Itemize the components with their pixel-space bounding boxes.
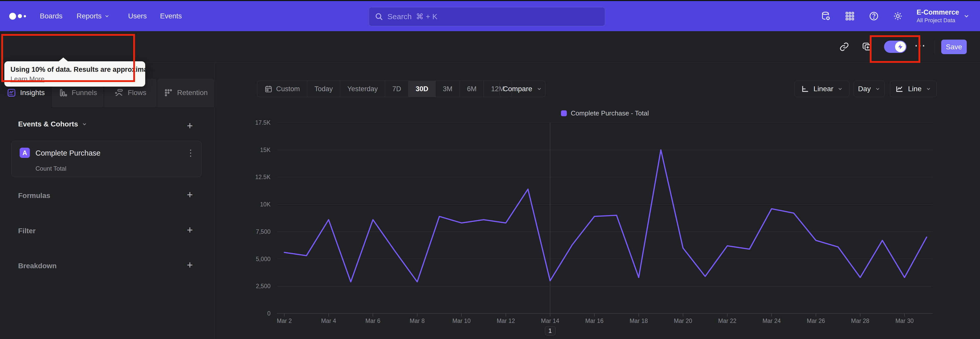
tab-label: Insights	[20, 89, 45, 97]
nav-item-events[interactable]: Events	[160, 1, 182, 31]
linear-axis-icon	[801, 85, 810, 93]
chevron-down-icon	[926, 86, 931, 92]
y-axis-label: 7,500	[256, 228, 270, 235]
chevron-down-icon	[875, 86, 880, 92]
database-gear-icon	[821, 11, 831, 21]
date-range-label: 6M	[467, 85, 477, 93]
duplicate-button[interactable]	[861, 41, 873, 53]
tab-label: Flows	[127, 89, 146, 97]
x-axis-label: Mar 4	[321, 318, 336, 325]
gear-icon	[893, 11, 903, 21]
link-icon	[839, 42, 849, 51]
search-icon	[375, 12, 383, 21]
compare-button[interactable]: Compare	[500, 81, 546, 97]
date-range-custom[interactable]: Custom	[257, 81, 307, 97]
formulas-section-label: Formulas	[18, 192, 50, 200]
add-formula-button[interactable]: +	[184, 189, 196, 200]
nav-item-boards[interactable]: Boards	[40, 1, 62, 31]
y-axis-label: 12.5K	[255, 174, 270, 181]
chart-type-dropdown[interactable]: Line	[890, 81, 937, 97]
chevron-down-icon	[104, 13, 110, 19]
event-card[interactable]: A Complete Purchase Count Total ⋮	[11, 141, 202, 177]
scale-dropdown[interactable]: Linear	[794, 81, 850, 97]
search-input[interactable]	[387, 12, 599, 21]
y-axis-label: 5,000	[256, 256, 270, 262]
date-range-3m[interactable]: 3M	[436, 81, 460, 97]
legend-label: Complete Purchase - Total	[571, 109, 649, 117]
more-actions-button[interactable]: ⋯	[913, 39, 928, 52]
save-button[interactable]: Save	[941, 40, 967, 54]
date-range-label: Today	[314, 85, 333, 93]
y-axis-label: 10K	[260, 201, 270, 208]
settings-button[interactable]	[886, 11, 910, 21]
toggle-knob	[895, 42, 906, 52]
nav-item-label: Boards	[40, 12, 62, 20]
line-chart[interactable]	[277, 123, 933, 318]
sampling-toggle[interactable]	[884, 41, 907, 53]
tab-label: Retention	[177, 89, 208, 97]
nav-item-label: Users	[128, 12, 147, 20]
y-axis-label: 0	[267, 310, 270, 317]
tooltip-arrow	[59, 58, 68, 62]
lightning-icon	[897, 44, 904, 50]
x-axis-label: Mar 28	[851, 318, 870, 325]
event-kebab-menu[interactable]: ⋮	[186, 147, 196, 158]
annotation-marker[interactable]: 1	[545, 326, 555, 336]
copy-link-button[interactable]	[838, 41, 850, 53]
breakdown-section-label: Breakdown	[18, 262, 57, 270]
date-range-today[interactable]: Today	[307, 81, 340, 97]
grid-icon	[845, 11, 855, 21]
event-name[interactable]: Complete Purchase	[35, 149, 100, 157]
chevron-down-icon	[82, 122, 87, 127]
project-scope: All Project Data	[916, 17, 959, 24]
event-series-badge: A	[20, 148, 30, 158]
apps-grid-button[interactable]	[838, 11, 862, 21]
date-range-7d[interactable]: 7D	[385, 81, 409, 97]
y-axis-label: 15K	[260, 146, 270, 153]
date-range-picker: Custom Today Yesterday 7D 30D 3M 6M 12M	[257, 81, 512, 97]
x-axis-label: Mar 16	[585, 318, 604, 325]
date-range-label: 7D	[392, 85, 401, 93]
nav-right-cluster: E-Commerce All Project Data	[814, 1, 980, 31]
x-axis: Mar 2Mar 4Mar 6Mar 8Mar 10Mar 12Mar 14Ma…	[277, 318, 933, 325]
date-range-label: 3M	[443, 85, 452, 93]
chart-type-label: Line	[908, 85, 921, 93]
date-range-30d[interactable]: 30D	[409, 81, 436, 97]
x-axis-label: Mar 18	[630, 318, 648, 325]
duplicate-plus-icon	[862, 42, 872, 51]
retention-icon	[164, 88, 173, 98]
nav-item-users[interactable]: Users	[128, 1, 147, 31]
events-cohorts-header[interactable]: Events & Cohorts	[18, 120, 87, 128]
x-axis-label: Mar 6	[366, 318, 380, 325]
x-axis-label: Mar 14	[541, 318, 559, 325]
funnels-icon	[59, 88, 68, 98]
x-axis-label: Mar 12	[496, 318, 515, 325]
date-range-label: Yesterday	[347, 85, 378, 93]
event-metric[interactable]: Count Total	[35, 165, 66, 172]
granularity-dropdown[interactable]: Day	[854, 81, 885, 97]
tooltip-text: Using 10% of data. Results are approxima…	[11, 66, 139, 74]
nav-item-reports[interactable]: Reports	[76, 1, 110, 31]
global-search[interactable]	[369, 7, 605, 26]
scale-label: Linear	[814, 85, 834, 93]
y-axis: 17.5K15K12.5K10K7,5005,0002,5000	[230, 123, 270, 313]
learn-more-link[interactable]: Learn More	[11, 75, 45, 83]
compare-label: Compare	[503, 85, 532, 93]
flows-icon	[115, 88, 124, 98]
add-filter-button[interactable]: +	[184, 224, 196, 235]
project-name: E-Commerce	[916, 8, 959, 17]
data-management-button[interactable]	[814, 11, 838, 21]
add-breakdown-button[interactable]: +	[184, 259, 196, 270]
report-title-bar: Untitled Sampled + Add description... ⋯	[0, 31, 980, 62]
x-axis-label: Mar 8	[410, 318, 425, 325]
add-event-button[interactable]: +	[184, 120, 196, 131]
x-axis-label: Mar 26	[807, 318, 825, 325]
help-button[interactable]	[862, 11, 886, 21]
mixpanel-logo-icon[interactable]	[9, 1, 26, 31]
x-axis-label: Mar 2	[277, 318, 292, 325]
chart-legend[interactable]: Complete Purchase - Total	[277, 109, 933, 117]
project-switcher[interactable]: E-Commerce All Project Data	[916, 8, 970, 24]
date-range-6m[interactable]: 6M	[460, 81, 484, 97]
tab-retention[interactable]: Retention	[157, 78, 215, 107]
date-range-yesterday[interactable]: Yesterday	[340, 81, 385, 97]
